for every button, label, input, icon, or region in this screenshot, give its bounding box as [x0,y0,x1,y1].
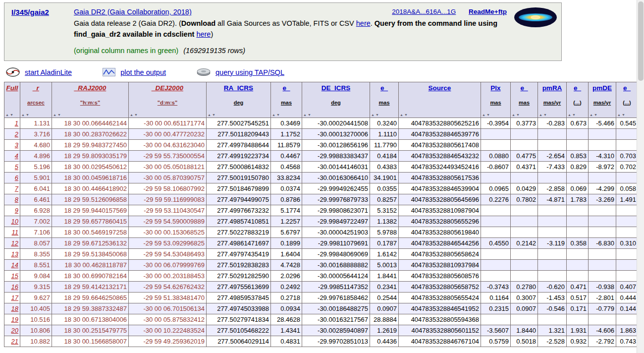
sort-arrows-icon[interactable]: ▲▼ [512,113,521,117]
cell-e_plx [511,173,538,183]
sort-arrows-icon[interactable]: ▲▼ [590,113,598,117]
start-aladinlite-link[interactable]: start AladinLite [25,68,72,76]
row-number-link[interactable]: 13 [11,250,18,258]
sort-arrows-icon[interactable]: ▲▼ [208,113,216,117]
sort-arrows-icon[interactable]: ▲▼ [130,113,139,117]
tap-disk-icon[interactable] [197,68,211,76]
sky-density-map-icon[interactable] [514,6,557,30]
row-number-link[interactable]: 1 [15,119,18,127]
column-link-pmra[interactable]: pmRA [542,84,562,92]
row-number-link[interactable]: 12 [11,239,18,247]
row-number-link[interactable]: 6 [15,174,18,181]
column-unit-e_de[interactable]: mas [378,100,389,106]
row-number-link[interactable]: 15 [11,272,18,280]
query-tap-sql-link[interactable]: query using TAP/SQL [215,68,284,76]
column-link-full[interactable]: Full [6,84,18,92]
column-unit-raj2000[interactable]: "h:m:s" [80,100,100,106]
cell-source: 4047835328805655296 [399,216,481,227]
row-number-link[interactable]: 7 [15,185,18,192]
sort-arrows-icon[interactable]: ▲▼ [303,113,312,117]
row-number-link[interactable]: 19 [11,316,18,323]
column-link-e_de[interactable]: e_ [380,84,388,92]
cell-raj2000: 18 29 59.9440157569 [52,205,129,216]
column-link-plx[interactable]: Plx [490,84,500,92]
vertical-scrollbar[interactable] [637,0,644,353]
row-number-link[interactable]: 11 [12,229,19,236]
cell-e_plx [511,249,538,260]
column-link-ra_icrs[interactable]: RA_ICRS [224,84,253,92]
sort-arrows-icon[interactable]: ▲▼ [568,113,577,117]
sort-arrows-icon[interactable]: ▲▼ [272,113,281,117]
column-link-de_icrs[interactable]: DE_ICRS [322,84,351,92]
cell-e_pmde: 0.545 [616,118,638,129]
column-unit-e_plx[interactable]: mas [519,100,530,106]
row-number-link[interactable]: 16 [11,283,18,291]
column-link-e_plx[interactable]: e_ [520,84,528,92]
row-number-link[interactable]: 21 [11,338,18,345]
readme-ftp-link[interactable]: ReadMe+ftp [469,8,507,15]
sort-arrows-icon[interactable]: ▲▼ [539,113,548,117]
column-link-dej2000[interactable]: _DEJ2000 [152,84,183,92]
sort-arrows-icon[interactable]: ▲▼ [617,113,626,117]
row-number-link[interactable]: 4 [15,152,18,160]
cell-dej2000: -29 59 54.530486493 [129,249,207,260]
sort-arrows-icon[interactable]: ▲▼ [371,113,380,117]
column-unit-r[interactable]: arcsec [27,100,45,106]
cell-pmra: -1.453 [538,293,567,303]
cell-e_plx [511,314,538,325]
cell-pmde: -3.269 [589,194,616,205]
aladin-galaxy-icon[interactable] [6,67,20,77]
column-unit-ra_icrs[interactable]: deg [234,100,244,106]
column-unit-plx[interactable]: mas [490,100,501,106]
cdsclient-here-link[interactable]: here [196,30,211,38]
cell-pmde: -0.779 [589,303,616,314]
row-number-link[interactable]: 17 [11,294,18,301]
row-number-link[interactable]: 20 [11,327,18,334]
plot-chart-icon[interactable] [103,68,115,76]
row-number-link[interactable]: 10 [11,218,18,225]
column-unit-e_pmde[interactable]: (...) [623,100,631,106]
bibcode-link[interactable]: 2018A&A...616A...1G [392,8,456,15]
column-unit-e_ra[interactable]: mas [281,100,292,106]
column-unit-pmra[interactable]: mas/yr [543,100,561,106]
cell-pmra [538,227,567,238]
row-number-link[interactable]: 18 [11,305,18,312]
cell-source: 4047835328805625216 [399,118,481,129]
column-header-dej2000: _DEJ2000"d:m:s"▲▼ [129,82,207,118]
column-unit-e_pmra[interactable]: (...) [573,100,582,106]
sort-arrows-icon[interactable]: ▲▼ [53,113,62,117]
cell-e_pmde [616,271,638,282]
cell-plx: 0.1164 [481,293,511,303]
column-link-r[interactable]: _r [33,84,39,92]
cell-e_plx: 0.2780 [511,282,538,293]
cell-source: 4047835328846544256 [399,238,481,249]
toolbar: start AladinLite plot the output query u… [6,67,644,77]
row-number-link[interactable]: 5 [15,163,18,171]
sort-arrows-icon[interactable]: ▲▼ [400,113,409,117]
row-number-link[interactable]: 3 [15,141,18,149]
catalog-title-link[interactable]: Gaia DR2 (Gaia Collaboration, 2018) [74,8,192,16]
scrollbar-thumb[interactable] [638,1,644,81]
column-link-pmde[interactable]: pmDE [592,84,612,92]
catalog-id-link[interactable]: I/345/gaia2 [11,8,49,16]
column-link-raj2000[interactable]: _RAJ2000 [74,84,107,92]
row-number-link[interactable]: 9 [15,207,18,214]
sort-arrows-icon[interactable]: ▲▼ [21,113,30,117]
row-number-link[interactable]: 14 [11,261,18,269]
column-link-source[interactable]: Source [429,84,451,92]
cell-de_icrs: -29.99702851013 [302,336,370,347]
column-unit-dej2000[interactable]: "d:m:s" [158,100,177,106]
sort-arrows-icon[interactable]: ▲▼ [5,113,14,117]
column-link-e_ra[interactable]: e_ [282,84,290,92]
plot-output-link[interactable]: plot the output [120,68,166,76]
sort-arrows-icon[interactable]: ▲▼ [482,113,491,117]
column-link-e_pmde[interactable]: e_ [623,84,631,92]
row-number-link[interactable]: 2 [15,130,18,138]
column-link-e_pmra[interactable]: e_ [574,84,581,92]
download-here-link[interactable]: here [356,19,371,27]
column-unit-de_icrs[interactable]: deg [331,100,341,106]
column-unit-pmde[interactable]: mas/yr [593,100,611,106]
cell-pmde [589,271,616,282]
row-number-link[interactable]: 8 [15,196,18,203]
cell-dej2000: -30 00 00.153068525 [129,227,207,238]
